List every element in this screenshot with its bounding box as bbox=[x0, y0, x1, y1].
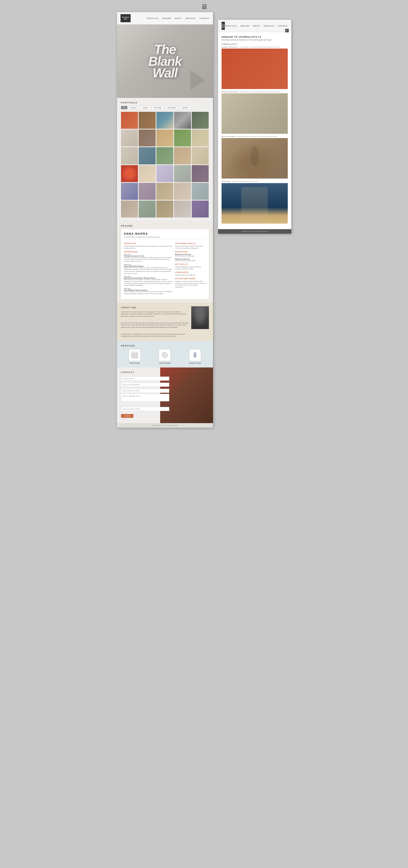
portfolio-item[interactable] bbox=[192, 165, 209, 182]
portfolio-item[interactable] bbox=[139, 165, 156, 182]
service-textile[interactable]: Textile Design bbox=[129, 349, 141, 364]
portfolio-item[interactable] bbox=[192, 129, 209, 147]
left-logo[interactable]: The Blank Wall bbox=[121, 14, 131, 22]
about-title: ABOUT ME bbox=[121, 306, 189, 309]
resume-languages-text: English and project management bbox=[175, 274, 206, 276]
right-logo[interactable]: TheBlankWall bbox=[222, 22, 225, 30]
portfolio-item[interactable] bbox=[174, 183, 191, 200]
portfolio-item[interactable] bbox=[192, 183, 209, 200]
portfolio-item[interactable] bbox=[157, 165, 173, 182]
resume-volunteer-text: Organizer or numerous special events. Sa… bbox=[175, 280, 206, 288]
resume-job-2-desc: Responsible for design, alterations, pai… bbox=[124, 267, 173, 275]
portfolio-item[interactable] bbox=[192, 147, 209, 164]
resume-experience-label: EXPERIENCE bbox=[124, 251, 173, 253]
portfolio-item[interactable] bbox=[192, 200, 209, 218]
portfolio-item[interactable] bbox=[121, 147, 138, 164]
contact-phone-input-2[interactable] bbox=[121, 407, 169, 411]
filter-screens[interactable]: Screens bbox=[180, 106, 191, 109]
portfolio-section: PORTFOLIO All Boleros Classic Geometric … bbox=[117, 98, 213, 221]
portfolio-item[interactable] bbox=[121, 112, 138, 129]
portfolio-item[interactable] bbox=[157, 129, 173, 147]
portfolio-item[interactable] bbox=[121, 200, 138, 218]
resume-job-1: 2012-2014 Principal Contractor for hire … bbox=[124, 254, 173, 262]
contact-email-input[interactable] bbox=[121, 383, 169, 387]
nav-portfolio[interactable]: PORTFOLIO bbox=[146, 17, 159, 20]
portfolio-item[interactable] bbox=[174, 147, 191, 164]
hero-text: TheBlankWall bbox=[148, 43, 182, 79]
portfolio-item[interactable] bbox=[139, 147, 156, 164]
filter-geometric[interactable]: Geometric bbox=[151, 106, 164, 109]
services-section: SERVICES bbox=[117, 341, 213, 368]
submit-button[interactable]: Submit bbox=[121, 414, 134, 418]
portfolio-item[interactable] bbox=[139, 112, 156, 129]
contact-title: CONTACT bbox=[121, 371, 169, 374]
about-section: ABOUT ME A blank wall is the portal it s… bbox=[117, 303, 213, 341]
portfolio-item[interactable] bbox=[174, 112, 191, 129]
resume-edu-1: Bachelors of Fine Arts XXXX University o… bbox=[175, 254, 206, 257]
portfolio-item[interactable] bbox=[121, 183, 138, 200]
modal-caption-label-3: Writer of a Revolution bbox=[222, 136, 236, 137]
resume-section: RESUME ANNA MARRA P: 555.555.5555 E: ann… bbox=[117, 221, 213, 303]
filter-necessities[interactable]: Necessities bbox=[165, 106, 179, 109]
nav-resume[interactable]: RESUME bbox=[162, 17, 171, 20]
nav-services[interactable]: SERVICES bbox=[185, 17, 196, 20]
right-nav-services[interactable]: SERVICES bbox=[264, 25, 274, 27]
about-image-inner bbox=[191, 306, 209, 329]
filter-classic[interactable]: Classic bbox=[140, 106, 150, 109]
monitor-decoration: 🖥 bbox=[0, 0, 408, 12]
contact-name-input[interactable] bbox=[121, 377, 169, 381]
right-footer: The Blank Wall © 2014 All Rights Reserve… bbox=[218, 229, 291, 234]
modal-caption-text-2: Limited edition print using traditional … bbox=[239, 91, 280, 93]
filter-boleros[interactable]: Boleros bbox=[128, 106, 139, 109]
contact-message-input[interactable] bbox=[121, 394, 169, 401]
svg-point-11 bbox=[164, 354, 166, 356]
portfolio-item[interactable] bbox=[121, 129, 138, 147]
service-interior[interactable]: Interior Designs bbox=[159, 349, 171, 364]
contact-section: CONTACT Submit bbox=[117, 368, 213, 423]
portfolio-item[interactable] bbox=[174, 200, 191, 218]
services-grid: Textile Design Interior Designs bbox=[121, 349, 209, 364]
modal-caption-row-1: Homage to Journalists #1 Limited edition… bbox=[222, 46, 288, 48]
resume-job-3: 2004-2009 Manufacturing Coordinator Marq… bbox=[124, 276, 173, 286]
svg-rect-12 bbox=[194, 352, 196, 356]
filter-all[interactable]: All bbox=[121, 106, 128, 109]
resume-card: ANNA MARRA P: 555.555.5555 E: anna@email… bbox=[121, 229, 209, 299]
surface-icon bbox=[189, 349, 201, 361]
contact-phone-input[interactable] bbox=[121, 389, 169, 393]
portfolio-item[interactable] bbox=[174, 129, 191, 147]
resume-education-label: EDUCATION bbox=[175, 251, 206, 253]
resume-left-col: OBJECTIVE A highly motivated professiona… bbox=[124, 241, 173, 296]
nav-contact[interactable]: CONTACT bbox=[199, 17, 209, 20]
resume-job-3-desc: Merchandising in-store displays, upholst… bbox=[124, 279, 173, 286]
modal-caption-row-3: Writer of a Revolution Limited edition p… bbox=[222, 136, 288, 137]
portfolio-item[interactable] bbox=[157, 200, 173, 218]
portfolio-item[interactable] bbox=[157, 147, 173, 164]
right-nav-portfolio[interactable]: PORTFOLIO bbox=[225, 25, 237, 27]
resume-volunteer-label: VOLUNTEER WORK bbox=[175, 278, 206, 279]
modal-close-button[interactable]: × bbox=[285, 29, 289, 32]
portfolio-item[interactable] bbox=[139, 129, 156, 147]
resume-software-label: SOFTWARE SKILLS bbox=[175, 243, 206, 244]
resume-job-4-desc: Customer service and sales including sou… bbox=[124, 291, 173, 294]
portfolio-item[interactable] bbox=[139, 183, 156, 200]
portfolio-item[interactable] bbox=[192, 112, 209, 129]
portfolio-item[interactable] bbox=[157, 183, 173, 200]
resume-contact: P: 555.555.5555 E: anna@email.com W: the… bbox=[124, 236, 206, 239]
screen-quality-label: Screen quality bbox=[222, 43, 288, 45]
portfolio-item[interactable] bbox=[121, 165, 138, 182]
monitor-icon: 🖥 bbox=[201, 3, 208, 11]
modal-image-block-3: Writer of a Revolution Limited edition p… bbox=[222, 136, 288, 179]
services-title: SERVICES bbox=[121, 344, 209, 347]
resume-skills-text: Project management, drawing, Photoshop r… bbox=[175, 266, 206, 270]
portfolio-item[interactable] bbox=[157, 112, 173, 129]
right-nav-contact[interactable]: CONTACT bbox=[278, 25, 287, 27]
modal-caption-label-1: Homage to Journalists #1 bbox=[222, 46, 238, 48]
service-surface[interactable]: Surface Finishes bbox=[189, 349, 201, 364]
right-nav-about[interactable]: ABOUT bbox=[253, 25, 260, 27]
portfolio-item[interactable] bbox=[174, 165, 191, 182]
textile-icon bbox=[129, 349, 141, 361]
portfolio-item[interactable] bbox=[139, 200, 156, 218]
resume-software-text: Photoshop, Illustrator, InDesign, Web De… bbox=[175, 245, 206, 249]
right-nav-resume[interactable]: RESUME bbox=[240, 25, 249, 27]
nav-about[interactable]: ABOUT bbox=[175, 17, 182, 20]
